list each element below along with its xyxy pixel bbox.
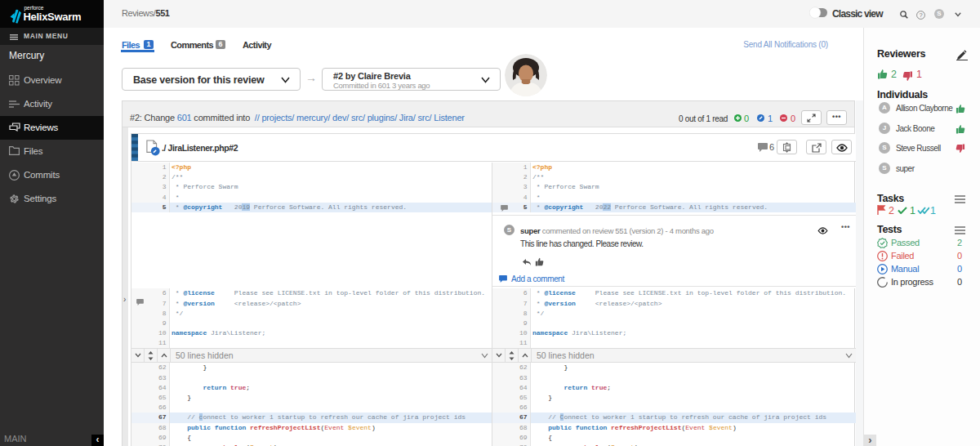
svg-text:?: ?: [919, 11, 922, 19]
svg-text:HelixSwarm: HelixSwarm: [24, 11, 82, 23]
